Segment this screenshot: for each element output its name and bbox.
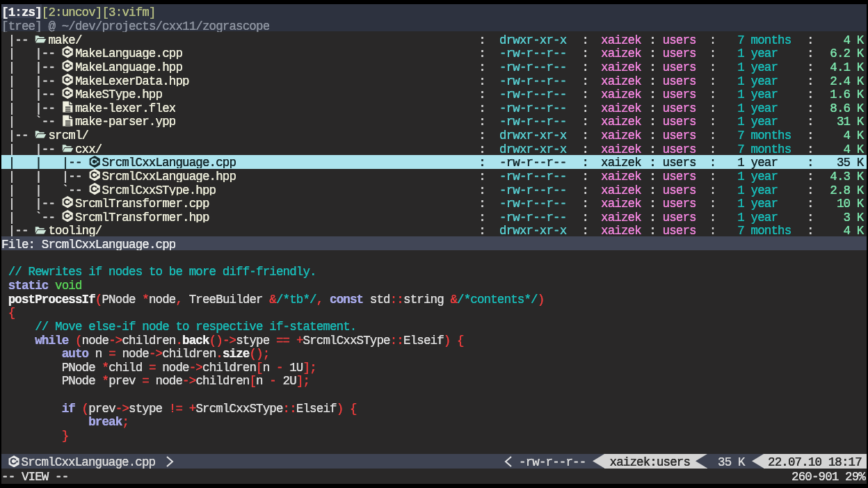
svg-text:C: C [10,456,17,466]
svg-text:C: C [64,60,71,71]
svg-text:C: C [90,184,97,194]
svg-text:C: C [64,211,71,221]
svg-text:C: C [90,170,97,181]
svg-text:C: C [64,47,71,58]
svg-text:C: C [90,156,97,167]
svg-text:C: C [64,88,71,99]
svg-text:C: C [64,74,71,85]
svg-text:C: C [64,197,71,208]
